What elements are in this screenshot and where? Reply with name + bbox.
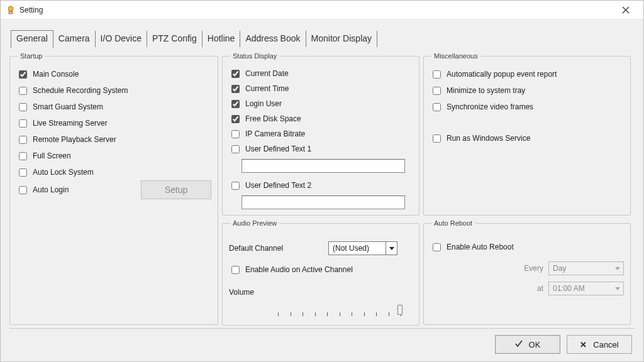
lbl-remote-playback: Remote Playback Server xyxy=(33,135,116,144)
lbl-current-date: Current Date xyxy=(245,69,289,78)
tab-general[interactable]: General xyxy=(11,30,53,48)
input-udt1[interactable] xyxy=(242,159,405,173)
chk-free-disk[interactable] xyxy=(231,115,240,123)
chk-sync-frames[interactable] xyxy=(433,103,441,111)
lbl-main-console: Main Console xyxy=(33,70,79,79)
group-status-legend: Status Display xyxy=(230,52,279,60)
lbl-auto-popup-report: Automatically popup event report xyxy=(447,70,557,79)
chk-ipcam-bitrate[interactable] xyxy=(231,130,240,138)
input-udt2[interactable] xyxy=(242,195,405,209)
volume-slider[interactable] xyxy=(278,304,401,319)
chk-current-time[interactable] xyxy=(231,85,240,93)
chk-full-screen[interactable] xyxy=(19,152,27,160)
chevron-down-icon xyxy=(612,282,623,295)
group-auto-reboot: Auto Reboot Enable Auto Reboot Every Day… xyxy=(423,219,631,325)
lbl-live-streaming: Live Streaming Server xyxy=(33,119,108,128)
lbl-full-screen: Full Screen xyxy=(33,151,71,160)
dialog-button-row: OK ✕ Cancel xyxy=(495,335,632,354)
chk-schedule-recording[interactable] xyxy=(19,87,27,95)
lbl-login-user: Login User xyxy=(245,99,282,108)
divider xyxy=(9,328,635,329)
chk-current-date[interactable] xyxy=(231,70,240,78)
lbl-udt1: User Defined Text 1 xyxy=(245,145,311,153)
combo-default-channel[interactable]: (Not Used) xyxy=(328,241,397,255)
chk-udt1[interactable] xyxy=(231,145,240,153)
chevron-down-icon xyxy=(612,262,623,275)
combo-every: Day xyxy=(548,261,624,275)
lbl-auto-lock: Auto Lock System xyxy=(33,168,94,177)
chk-login-user[interactable] xyxy=(231,100,240,108)
lbl-enable-auto-reboot: Enable Auto Reboot xyxy=(447,243,514,251)
chk-run-service[interactable] xyxy=(433,134,441,143)
group-misc-legend: Miscellaneous xyxy=(431,52,480,60)
svg-marker-4 xyxy=(389,247,394,250)
combo-every-value: Day xyxy=(553,264,566,273)
chk-remote-playback[interactable] xyxy=(19,136,27,144)
lbl-ipcam-bitrate: IP Camera Bitrate xyxy=(245,129,305,138)
chk-udt2[interactable] xyxy=(231,182,240,190)
chk-enable-auto-reboot[interactable] xyxy=(433,243,441,251)
group-startup-legend: Startup xyxy=(18,52,45,60)
setup-button[interactable]: Setup xyxy=(141,180,211,199)
chk-minimize-tray[interactable] xyxy=(433,87,441,95)
group-autoreboot-legend: Auto Reboot xyxy=(431,219,475,227)
combo-at-value: 01:00 AM xyxy=(553,284,585,293)
chk-auto-popup-report[interactable] xyxy=(433,70,441,79)
lbl-smart-guard: Smart Guard System xyxy=(33,102,103,111)
chk-main-console[interactable] xyxy=(19,70,27,79)
slider-thumb[interactable] xyxy=(397,305,402,315)
tab-io-device[interactable]: I/O Device xyxy=(96,31,147,47)
titlebar: Setting xyxy=(1,1,643,19)
combo-at-time: 01:00 AM xyxy=(548,282,624,295)
window-title: Setting xyxy=(19,6,43,14)
group-miscellaneous: Miscellaneous Automatically popup event … xyxy=(423,52,631,216)
lbl-auto-login: Auto Login xyxy=(33,185,69,194)
ok-label: OK xyxy=(529,340,541,349)
tab-monitor-display[interactable]: Monitor Display xyxy=(306,31,377,47)
lbl-minimize-tray: Minimize to system tray xyxy=(447,86,525,95)
window-close-button[interactable] xyxy=(613,1,638,19)
svg-marker-5 xyxy=(615,267,620,270)
cancel-button[interactable]: ✕ Cancel xyxy=(567,335,632,354)
lbl-run-service: Run as Windows Service xyxy=(447,134,530,143)
tab-address-book[interactable]: Address Book xyxy=(240,31,306,47)
tab-ptz-config[interactable]: PTZ Config xyxy=(147,31,203,47)
chk-auto-login[interactable] xyxy=(19,186,27,194)
svg-point-0 xyxy=(8,6,13,11)
check-icon xyxy=(515,340,523,349)
close-icon xyxy=(622,6,630,14)
group-audio-preview: Audio Preview Default Channel (Not Used)… xyxy=(222,219,419,326)
tab-hotline[interactable]: Hotline xyxy=(203,31,241,47)
ok-button[interactable]: OK xyxy=(495,335,560,354)
content-area: Startup Main Console Schedule Recording … xyxy=(1,47,643,330)
lbl-current-time: Current Time xyxy=(245,84,289,93)
group-audio-legend: Audio Preview xyxy=(230,219,279,227)
chk-auto-lock[interactable] xyxy=(19,168,27,177)
svg-rect-1 xyxy=(9,11,13,14)
lbl-default-channel: Default Channel xyxy=(229,244,323,253)
tab-camera[interactable]: Camera xyxy=(53,31,96,47)
lbl-at: at xyxy=(537,284,543,293)
x-icon: ✕ xyxy=(580,340,587,349)
app-icon xyxy=(6,5,16,15)
tab-bar: General Camera I/O Device PTZ Config Hot… xyxy=(1,19,643,47)
svg-marker-6 xyxy=(615,287,620,290)
chk-smart-guard[interactable] xyxy=(19,103,27,111)
chk-enable-audio-active[interactable] xyxy=(231,266,240,274)
cancel-label: Cancel xyxy=(593,340,618,349)
chk-live-streaming[interactable] xyxy=(19,119,27,128)
lbl-every: Every xyxy=(524,264,543,273)
chevron-down-icon xyxy=(386,242,397,255)
group-status-display: Status Display Current Date Current Time… xyxy=(222,52,419,216)
lbl-udt2: User Defined Text 2 xyxy=(245,181,311,190)
lbl-schedule-recording: Schedule Recording System xyxy=(33,86,128,95)
lbl-enable-audio-active: Enable Audio on Active Channel xyxy=(245,265,353,274)
combo-default-channel-value: (Not Used) xyxy=(333,244,369,253)
lbl-sync-frames: Synchronize video frames xyxy=(447,102,533,111)
lbl-free-disk: Free Disk Space xyxy=(245,114,301,123)
group-startup: Startup Main Console Schedule Recording … xyxy=(9,52,218,325)
lbl-volume: Volume xyxy=(229,288,254,297)
